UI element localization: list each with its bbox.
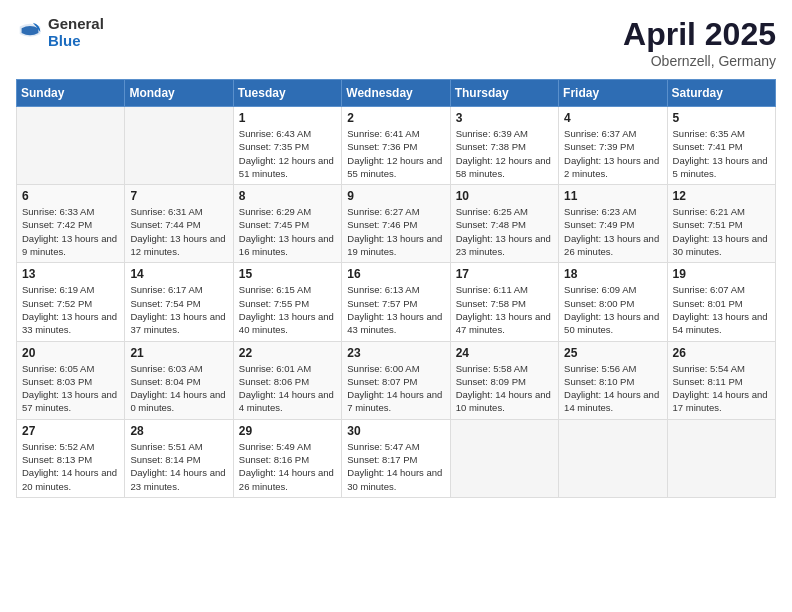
cell-info: Sunrise: 6:29 AM Sunset: 7:45 PM Dayligh… [239, 205, 336, 258]
calendar-cell: 10Sunrise: 6:25 AM Sunset: 7:48 PM Dayli… [450, 185, 558, 263]
day-number: 6 [22, 189, 119, 203]
day-number: 25 [564, 346, 661, 360]
day-number: 16 [347, 267, 444, 281]
calendar-cell: 28Sunrise: 5:51 AM Sunset: 8:14 PM Dayli… [125, 419, 233, 497]
col-header-monday: Monday [125, 80, 233, 107]
calendar-cell: 29Sunrise: 5:49 AM Sunset: 8:16 PM Dayli… [233, 419, 341, 497]
cell-info: Sunrise: 6:01 AM Sunset: 8:06 PM Dayligh… [239, 362, 336, 415]
cell-info: Sunrise: 6:31 AM Sunset: 7:44 PM Dayligh… [130, 205, 227, 258]
cell-info: Sunrise: 6:17 AM Sunset: 7:54 PM Dayligh… [130, 283, 227, 336]
cell-info: Sunrise: 5:56 AM Sunset: 8:10 PM Dayligh… [564, 362, 661, 415]
calendar-cell: 15Sunrise: 6:15 AM Sunset: 7:55 PM Dayli… [233, 263, 341, 341]
calendar-cell: 14Sunrise: 6:17 AM Sunset: 7:54 PM Dayli… [125, 263, 233, 341]
cell-info: Sunrise: 6:19 AM Sunset: 7:52 PM Dayligh… [22, 283, 119, 336]
cell-info: Sunrise: 6:11 AM Sunset: 7:58 PM Dayligh… [456, 283, 553, 336]
col-header-sunday: Sunday [17, 80, 125, 107]
col-header-tuesday: Tuesday [233, 80, 341, 107]
cell-info: Sunrise: 6:35 AM Sunset: 7:41 PM Dayligh… [673, 127, 770, 180]
title-area: April 2025 Obernzell, Germany [623, 16, 776, 69]
cell-info: Sunrise: 5:49 AM Sunset: 8:16 PM Dayligh… [239, 440, 336, 493]
day-number: 30 [347, 424, 444, 438]
day-number: 5 [673, 111, 770, 125]
cell-info: Sunrise: 6:43 AM Sunset: 7:35 PM Dayligh… [239, 127, 336, 180]
day-number: 8 [239, 189, 336, 203]
calendar-cell [667, 419, 775, 497]
day-number: 22 [239, 346, 336, 360]
day-number: 12 [673, 189, 770, 203]
logo-icon [16, 19, 44, 47]
calendar-cell: 9Sunrise: 6:27 AM Sunset: 7:46 PM Daylig… [342, 185, 450, 263]
cell-info: Sunrise: 6:33 AM Sunset: 7:42 PM Dayligh… [22, 205, 119, 258]
cell-info: Sunrise: 6:23 AM Sunset: 7:49 PM Dayligh… [564, 205, 661, 258]
day-number: 2 [347, 111, 444, 125]
day-number: 14 [130, 267, 227, 281]
day-number: 17 [456, 267, 553, 281]
day-number: 1 [239, 111, 336, 125]
calendar-cell: 23Sunrise: 6:00 AM Sunset: 8:07 PM Dayli… [342, 341, 450, 419]
day-number: 26 [673, 346, 770, 360]
calendar-header-row: SundayMondayTuesdayWednesdayThursdayFrid… [17, 80, 776, 107]
cell-info: Sunrise: 5:47 AM Sunset: 8:17 PM Dayligh… [347, 440, 444, 493]
cell-info: Sunrise: 6:41 AM Sunset: 7:36 PM Dayligh… [347, 127, 444, 180]
day-number: 24 [456, 346, 553, 360]
cell-info: Sunrise: 6:00 AM Sunset: 8:07 PM Dayligh… [347, 362, 444, 415]
calendar-cell: 3Sunrise: 6:39 AM Sunset: 7:38 PM Daylig… [450, 107, 558, 185]
cell-info: Sunrise: 6:15 AM Sunset: 7:55 PM Dayligh… [239, 283, 336, 336]
cell-info: Sunrise: 6:03 AM Sunset: 8:04 PM Dayligh… [130, 362, 227, 415]
col-header-thursday: Thursday [450, 80, 558, 107]
cell-info: Sunrise: 6:21 AM Sunset: 7:51 PM Dayligh… [673, 205, 770, 258]
calendar-cell: 2Sunrise: 6:41 AM Sunset: 7:36 PM Daylig… [342, 107, 450, 185]
cell-info: Sunrise: 5:54 AM Sunset: 8:11 PM Dayligh… [673, 362, 770, 415]
header: General Blue April 2025 Obernzell, Germa… [16, 16, 776, 69]
calendar-cell: 26Sunrise: 5:54 AM Sunset: 8:11 PM Dayli… [667, 341, 775, 419]
calendar-cell: 11Sunrise: 6:23 AM Sunset: 7:49 PM Dayli… [559, 185, 667, 263]
day-number: 20 [22, 346, 119, 360]
day-number: 19 [673, 267, 770, 281]
logo: General Blue [16, 16, 104, 49]
cell-info: Sunrise: 5:58 AM Sunset: 8:09 PM Dayligh… [456, 362, 553, 415]
day-number: 9 [347, 189, 444, 203]
calendar-cell: 25Sunrise: 5:56 AM Sunset: 8:10 PM Dayli… [559, 341, 667, 419]
cell-info: Sunrise: 6:05 AM Sunset: 8:03 PM Dayligh… [22, 362, 119, 415]
cell-info: Sunrise: 6:13 AM Sunset: 7:57 PM Dayligh… [347, 283, 444, 336]
calendar-cell [125, 107, 233, 185]
cell-info: Sunrise: 5:51 AM Sunset: 8:14 PM Dayligh… [130, 440, 227, 493]
calendar-cell: 17Sunrise: 6:11 AM Sunset: 7:58 PM Dayli… [450, 263, 558, 341]
day-number: 21 [130, 346, 227, 360]
calendar-week-4: 20Sunrise: 6:05 AM Sunset: 8:03 PM Dayli… [17, 341, 776, 419]
calendar-cell [450, 419, 558, 497]
calendar-cell [559, 419, 667, 497]
day-number: 29 [239, 424, 336, 438]
day-number: 28 [130, 424, 227, 438]
calendar-cell: 20Sunrise: 6:05 AM Sunset: 8:03 PM Dayli… [17, 341, 125, 419]
logo-text: General Blue [48, 16, 104, 49]
calendar-week-2: 6Sunrise: 6:33 AM Sunset: 7:42 PM Daylig… [17, 185, 776, 263]
day-number: 18 [564, 267, 661, 281]
cell-info: Sunrise: 6:07 AM Sunset: 8:01 PM Dayligh… [673, 283, 770, 336]
cell-info: Sunrise: 6:27 AM Sunset: 7:46 PM Dayligh… [347, 205, 444, 258]
calendar-cell: 12Sunrise: 6:21 AM Sunset: 7:51 PM Dayli… [667, 185, 775, 263]
calendar-cell: 7Sunrise: 6:31 AM Sunset: 7:44 PM Daylig… [125, 185, 233, 263]
calendar-cell: 8Sunrise: 6:29 AM Sunset: 7:45 PM Daylig… [233, 185, 341, 263]
calendar-week-5: 27Sunrise: 5:52 AM Sunset: 8:13 PM Dayli… [17, 419, 776, 497]
day-number: 27 [22, 424, 119, 438]
calendar-cell: 4Sunrise: 6:37 AM Sunset: 7:39 PM Daylig… [559, 107, 667, 185]
calendar-cell: 22Sunrise: 6:01 AM Sunset: 8:06 PM Dayli… [233, 341, 341, 419]
day-number: 23 [347, 346, 444, 360]
cell-info: Sunrise: 6:39 AM Sunset: 7:38 PM Dayligh… [456, 127, 553, 180]
logo-blue-text: Blue [48, 33, 104, 50]
calendar-cell: 19Sunrise: 6:07 AM Sunset: 8:01 PM Dayli… [667, 263, 775, 341]
day-number: 11 [564, 189, 661, 203]
calendar-cell [17, 107, 125, 185]
cell-info: Sunrise: 6:09 AM Sunset: 8:00 PM Dayligh… [564, 283, 661, 336]
day-number: 7 [130, 189, 227, 203]
day-number: 15 [239, 267, 336, 281]
day-number: 13 [22, 267, 119, 281]
location-subtitle: Obernzell, Germany [623, 53, 776, 69]
cell-info: Sunrise: 6:25 AM Sunset: 7:48 PM Dayligh… [456, 205, 553, 258]
calendar-cell: 13Sunrise: 6:19 AM Sunset: 7:52 PM Dayli… [17, 263, 125, 341]
calendar-cell: 24Sunrise: 5:58 AM Sunset: 8:09 PM Dayli… [450, 341, 558, 419]
calendar-cell: 21Sunrise: 6:03 AM Sunset: 8:04 PM Dayli… [125, 341, 233, 419]
calendar-cell: 30Sunrise: 5:47 AM Sunset: 8:17 PM Dayli… [342, 419, 450, 497]
calendar-cell: 5Sunrise: 6:35 AM Sunset: 7:41 PM Daylig… [667, 107, 775, 185]
